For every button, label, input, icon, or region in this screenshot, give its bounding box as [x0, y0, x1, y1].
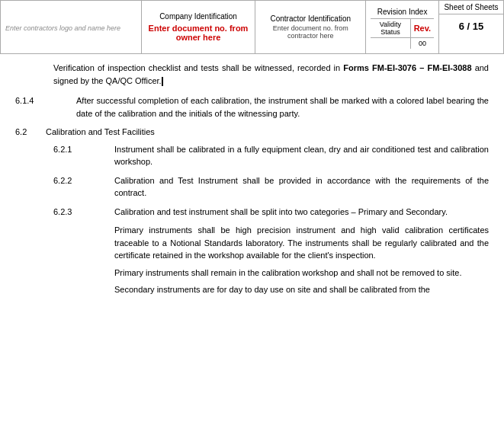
- section-614-num: 6.1.4: [15, 94, 76, 120]
- sheet-of-sheets-cell: Sheet of Sheets 6 / 15: [439, 1, 504, 54]
- company-id-cell: Company Identification Enter document no…: [141, 1, 255, 54]
- revision-index-label: Revision Index: [371, 5, 434, 19]
- contractor-id-cell: Contractor Identification Enter document…: [255, 1, 366, 54]
- section-623-num: 6.2.3: [53, 206, 114, 219]
- section-621: 6.2.1 Instrument shall be calibrated in …: [15, 143, 489, 168]
- rev-number[interactable]: 00: [410, 38, 434, 50]
- section-622-num: 6.2.2: [53, 174, 114, 200]
- contractor-id-label: Contractor Identification: [260, 14, 361, 23]
- section-622: 6.2.2 Calibration and Test Instrument sh…: [15, 174, 489, 200]
- section-622-text: Calibration and Test Instrument shall be…: [114, 174, 489, 200]
- header-table: Enter contractors logo and name here Com…: [0, 0, 504, 54]
- company-id-value[interactable]: Enter document no. from owner here: [146, 24, 251, 42]
- sheet-value: 6 / 15: [439, 14, 503, 38]
- section-62-text: Calibration and Test Facilities: [46, 126, 489, 139]
- section-62-num: 6.2: [15, 126, 46, 139]
- validity-status-label: Validity Status: [371, 19, 410, 38]
- para1: Primary instruments shall be high precis…: [15, 224, 489, 262]
- section-614: 6.1.4 After successful completion of eac…: [15, 94, 489, 120]
- section-621-num: 6.2.1: [53, 143, 114, 168]
- sheet-of-sheets-label: Sheet of Sheets: [439, 1, 503, 14]
- section-614-text: After successful completion of each cali…: [76, 94, 489, 120]
- company-id-label: Company Identification: [146, 12, 251, 21]
- logo-placeholder: Enter contractors logo and name here: [5, 24, 120, 32]
- logo-cell: Enter contractors logo and name here: [1, 1, 142, 54]
- section-623-text: Calibration and test instrument shall be…: [114, 206, 489, 219]
- section-623: 6.2.3 Calibration and test instrument sh…: [15, 206, 489, 219]
- cursor: [162, 77, 163, 86]
- intro-paragraph: Verification of inspection checklist and…: [15, 62, 489, 87]
- main-content: Verification of inspection checklist and…: [0, 54, 504, 308]
- rev-value-empty: [371, 38, 410, 50]
- section-62: 6.2 Calibration and Test Facilities: [15, 126, 489, 139]
- contractor-id-value[interactable]: Enter document no. from contractor here: [260, 24, 361, 40]
- para3: Secondary instruments are for day to day…: [15, 283, 489, 296]
- intro-text-bold: Forms FM-EI-3076 – FM-EI-3088: [343, 63, 471, 72]
- revision-sub-table: Validity Status Rev. 00: [371, 19, 434, 49]
- para2: Primary instruments shall remain in the …: [15, 267, 489, 280]
- intro-text-plain: Verification of inspection checklist and…: [53, 63, 340, 72]
- revision-index-cell: Revision Index Validity Status Rev. 00: [366, 1, 439, 54]
- rev-label: Rev.: [410, 19, 434, 38]
- section-621-text: Instrument shall be calibrated in a full…: [114, 143, 489, 168]
